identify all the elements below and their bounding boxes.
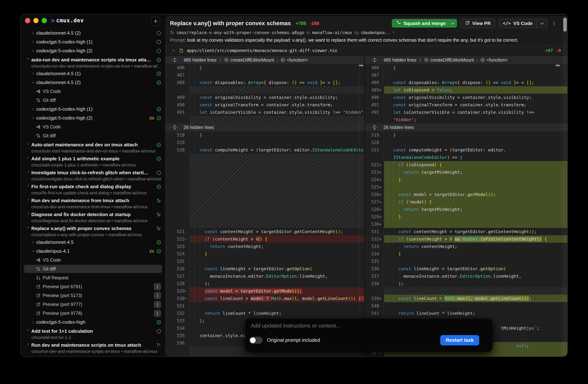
file-header[interactable]: apps/client/src/components/monaco/monaco… (165, 45, 567, 56)
diff-line[interactable]: 532return lineCount * lineHeight; (165, 310, 364, 317)
agent-branch-row[interactable]: codex/gpt-5-codex-high (21, 318, 165, 327)
diff-line[interactable]: 519} (365, 131, 567, 139)
diff-line[interactable]: 535 (365, 258, 567, 265)
diff-line[interactable]: 491let isContainerVisible = container.st… (165, 109, 364, 116)
vs-code-row[interactable]: VS Code (21, 256, 165, 265)
diff-line[interactable]: 524} (165, 250, 364, 258)
diff-line[interactable]: 490const originalVisibility = container.… (365, 94, 567, 101)
modified-scrollbar-thumb[interactable] (555, 65, 560, 66)
original-scrollbar-thumb[interactable] (359, 65, 363, 66)
pull-request-row[interactable]: Pull Request (21, 273, 165, 282)
breadcrumb-symbol[interactable]: <function> (287, 57, 308, 63)
traffic-light-zoom[interactable] (42, 18, 47, 23)
diff-line[interactable]: 531const contentHeight = targetEditor.ge… (365, 228, 567, 235)
diff-line[interactable]: 534} (365, 250, 567, 258)
agent-branch-row[interactable]: codex/gpt-5-codex-high (1) (21, 38, 165, 46)
diff-line[interactable]: 541return lineCount * lineHeight; (365, 310, 567, 317)
hidden-lines-bar[interactable]: 26 hidden lines (165, 123, 364, 131)
diff-line[interactable]: 528+return targetMinHeight; (365, 205, 567, 213)
task-row[interactable]: Replace v.any() with proper convex schem… (21, 224, 165, 238)
restart-task-button[interactable]: Restart task (440, 335, 479, 345)
preview-link-row[interactable]: Preview (port 5173) (21, 291, 165, 300)
diff-line[interactable]: 521const contentHeight = targetEditor.ge… (165, 228, 364, 235)
task-row[interactable]: Fix first-run update check and dialog di… (21, 182, 165, 196)
preview-menu-button[interactable] (154, 283, 161, 290)
diff-line[interactable]: 487 (165, 71, 364, 79)
task-row[interactable]: Diagnose and fix docker detection at sta… (21, 210, 165, 224)
agent-branch-row[interactable]: claude/sonnet-4.5 (21, 238, 165, 247)
diff-line[interactable]: 489const originalVisibility = container.… (165, 94, 364, 101)
diff-line[interactable]: 520 (365, 139, 567, 146)
task-row[interactable]: auto-run dev and maintenance scripts via… (21, 55, 165, 69)
diff-line[interactable]: 530+ (365, 221, 567, 228)
diff-line[interactable]: 490const originalTransform = container.s… (165, 101, 364, 109)
agent-name[interactable]: claude/opus-… (361, 30, 390, 35)
task-row[interactable]: Investigate tmux click-to-refresh glitch… (21, 168, 165, 182)
unfold-icon[interactable] (172, 125, 177, 130)
diff-line[interactable]: 529+} (365, 213, 567, 221)
vscode-dropdown-chevron-icon[interactable] (537, 21, 547, 26)
diff-line[interactable]: 529—const model = targetEditor.getModel(… (165, 287, 364, 295)
squash-and-merge-button[interactable]: Squash and merge (392, 19, 458, 28)
task-row[interactable]: Add test for 1+1 calculationcmux/add-tes… (21, 327, 165, 340)
diff-line[interactable]: 532+if (contentHeight > 0 && Number.isFi… (365, 235, 567, 243)
repo-name[interactable]: manaflow-ai/cmux (312, 30, 352, 35)
task-row[interactable]: Auto-start maintenance and dev on tmux a… (21, 140, 165, 154)
diff-line[interactable]: 522—if (contentHeight > 0) { (165, 235, 364, 243)
diff-line[interactable]: 526const lineHeight = targetEditor.getOp… (165, 265, 364, 272)
diff-line[interactable]: 489+let isDisposed = false; (365, 86, 567, 94)
hidden-lines-bar[interactable]: 485 hidden lines|createDiffEditorMount›<… (365, 56, 567, 64)
diff-line[interactable]: 486} (165, 64, 364, 71)
diff-line[interactable]: 487 (365, 71, 567, 79)
diff-line[interactable]: 518} (165, 131, 364, 139)
agent-branch-row[interactable]: claude/sonnet-4.5 (2) (21, 78, 165, 87)
merge-dropdown-chevron-icon[interactable] (450, 21, 455, 26)
diff-line[interactable]: 533return contentHeight; (365, 243, 567, 250)
breadcrumb-symbol[interactable]: createDiffEditorMount (430, 57, 474, 63)
diff-line[interactable]: 519 (165, 139, 364, 146)
diff-line[interactable]: 540 (365, 302, 567, 310)
diff-line[interactable]: 530—const lineCount = model ? Math.max(1… (165, 295, 364, 302)
agent-branch-row[interactable]: claude/sonnet-4.5 (1) (21, 69, 165, 78)
vs-code-row[interactable]: VS Code (21, 122, 165, 131)
git-diff-row[interactable]: Git diff (21, 131, 165, 140)
git-diff-row[interactable]: Git diff (21, 265, 165, 273)
unfold-icon[interactable] (172, 58, 177, 62)
agent-branch-row[interactable]: claude/sonnet-4.5 (2) (21, 29, 165, 38)
git-diff-row[interactable]: Git diff (21, 96, 165, 105)
diff-line[interactable]: 520const computeHeight = (targetEditor: … (165, 146, 364, 154)
app-scrollbar-thumb[interactable] (563, 18, 567, 32)
diff-line[interactable]: 523return contentHeight; (165, 243, 364, 250)
agent-branch-row[interactable]: claude/opus-4.1 (21, 247, 165, 256)
hidden-lines-bar[interactable]: 485 hidden lines|createDiffEditorMount›<… (165, 56, 364, 64)
preview-link-row[interactable]: Preview (port 9777) (21, 300, 165, 309)
traffic-light-close[interactable] (25, 18, 30, 23)
original-prompt-toggle[interactable] (249, 337, 263, 344)
preview-menu-button[interactable] (154, 301, 161, 308)
diff-line[interactable]: 525+ (365, 183, 567, 191)
diff-line[interactable]: 491const originalTransform = container.s… (365, 101, 567, 109)
vscode-split-button[interactable]: </> VS Code (499, 19, 548, 28)
diff-line[interactable]: 538); (365, 280, 567, 287)
diff-line[interactable]: 528); (165, 280, 364, 287)
task-row[interactable]: Add simple 1 plus 1 arithmetic examplecm… (21, 154, 165, 168)
agent-branch-row[interactable]: codex/gpt-5-codex-high (2) (21, 46, 165, 55)
diff-line[interactable]: 521const computeHeight = (targetEditor: … (365, 146, 567, 154)
unfold-icon[interactable] (372, 58, 377, 62)
preview-link-row[interactable]: Preview (port 9778) (21, 309, 165, 318)
vs-code-row[interactable]: VS Code (21, 87, 165, 96)
open-vscode-button[interactable]: </> VS Code (499, 21, 537, 26)
breadcrumb-symbol[interactable]: createDiffEditorMount (231, 57, 274, 63)
file-collapse-chevron-icon[interactable] (172, 49, 175, 52)
diff-line[interactable]: 531 (165, 302, 364, 310)
diff-line[interactable]: 488const disposables: Array<{ dispose: (… (165, 79, 364, 86)
diff-line[interactable]: 486} (365, 64, 567, 71)
breadcrumb-symbol[interactable]: <function> (487, 57, 508, 63)
diff-line[interactable]: 522+if (isDisposed) { (365, 161, 567, 168)
branch-name[interactable]: cmux/replace-v-any-with-proper-convex-sc… (176, 30, 304, 35)
agent-branch-row[interactable]: codex/gpt-5-codex-high (1) (21, 105, 165, 113)
traffic-light-minimize[interactable] (33, 18, 39, 23)
preview-menu-button[interactable] (154, 292, 161, 299)
diff-line[interactable]: 525 (165, 258, 364, 265)
diff-line[interactable]: "hidden"; (365, 116, 567, 123)
